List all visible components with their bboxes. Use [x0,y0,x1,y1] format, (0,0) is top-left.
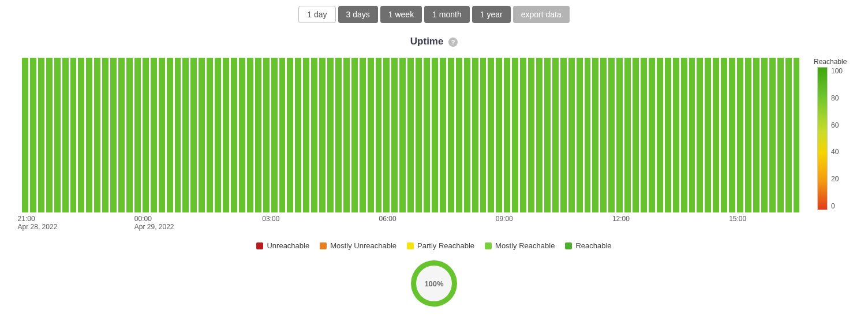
uptime-bar[interactable] [167,58,173,212]
uptime-bar[interactable] [215,58,221,212]
uptime-bar[interactable] [38,58,44,212]
uptime-bar[interactable] [199,58,205,212]
uptime-bar[interactable] [46,58,53,212]
uptime-bar[interactable] [94,58,100,212]
uptime-bar[interactable] [729,58,735,212]
range-1week-button[interactable]: 1 week [380,6,422,23]
uptime-bar[interactable] [134,58,141,212]
uptime-bar[interactable] [311,58,317,212]
uptime-bar[interactable] [448,58,454,212]
uptime-bar[interactable] [713,58,719,212]
range-3days-button[interactable]: 3 days [338,6,378,23]
uptime-bar[interactable] [263,58,270,212]
uptime-bar[interactable] [472,58,478,212]
uptime-bar[interactable] [488,58,494,212]
uptime-bar[interactable] [118,58,125,212]
uptime-bar[interactable] [616,58,623,212]
uptime-bar[interactable] [785,58,792,212]
uptime-bar[interactable] [633,58,639,212]
uptime-bar[interactable] [399,58,406,212]
uptime-bar[interactable] [520,58,526,212]
uptime-bar[interactable] [239,58,245,212]
uptime-bar[interactable] [544,58,551,212]
uptime-bar[interactable] [432,58,438,212]
uptime-bar[interactable] [62,58,69,212]
uptime-bar[interactable] [287,58,293,212]
uptime-bar[interactable] [568,58,575,212]
uptime-bar[interactable] [745,58,751,212]
uptime-bar[interactable] [360,58,366,212]
uptime-bar[interactable] [608,58,615,212]
uptime-bar[interactable] [777,58,784,212]
legend-item[interactable]: Mostly Unreachable [320,241,396,250]
uptime-bar[interactable] [190,58,197,212]
uptime-bar[interactable] [271,58,278,212]
uptime-bar[interactable] [560,58,567,212]
range-1year-button[interactable]: 1 year [472,6,511,23]
uptime-bar[interactable] [456,58,462,212]
uptime-bar[interactable] [223,58,229,212]
uptime-bar[interactable] [126,58,133,212]
uptime-bar[interactable] [335,58,342,212]
uptime-bar[interactable] [327,58,334,212]
uptime-bar[interactable] [480,58,487,212]
uptime-bar[interactable] [665,58,671,212]
uptime-bar[interactable] [351,58,358,212]
uptime-bar[interactable] [319,58,326,212]
uptime-bar[interactable] [143,58,149,212]
uptime-bar[interactable] [102,58,108,212]
uptime-bar[interactable] [383,58,390,212]
uptime-bar[interactable] [753,58,760,212]
uptime-bar[interactable] [592,58,598,212]
range-1day-button[interactable]: 1 day [298,6,335,23]
uptime-bar[interactable] [231,58,237,212]
uptime-bar[interactable] [464,58,470,212]
uptime-bar[interactable] [512,58,518,212]
uptime-bar[interactable] [391,58,398,212]
uptime-bar[interactable] [689,58,695,212]
uptime-bar[interactable] [673,58,679,212]
uptime-bar[interactable] [504,58,510,212]
legend-item[interactable]: Partly Reachable [407,241,474,250]
uptime-bar[interactable] [624,58,631,212]
uptime-bar[interactable] [110,58,117,212]
uptime-bar[interactable] [182,58,189,212]
legend-item[interactable]: Unreachable [256,241,309,250]
uptime-bar[interactable] [761,58,768,212]
uptime-bar[interactable] [303,58,309,212]
uptime-bar[interactable] [407,58,414,212]
uptime-bar[interactable] [54,58,61,212]
uptime-bar[interactable] [295,58,301,212]
uptime-bar[interactable] [721,58,727,212]
uptime-bar[interactable] [343,58,350,212]
uptime-bar[interactable] [175,58,181,212]
uptime-bar[interactable] [769,58,776,212]
uptime-bar[interactable] [70,58,77,212]
uptime-bar[interactable] [536,58,542,212]
uptime-bar[interactable] [207,58,213,212]
uptime-bar[interactable] [86,58,92,212]
uptime-bar[interactable] [600,58,607,212]
uptime-bar[interactable] [151,58,157,212]
uptime-bar[interactable] [705,58,711,212]
uptime-bar[interactable] [496,58,502,212]
uptime-bar[interactable] [681,58,687,212]
uptime-bar[interactable] [737,58,743,212]
uptime-bar[interactable] [577,58,583,212]
uptime-bar[interactable] [641,58,647,212]
uptime-bar[interactable] [22,58,28,212]
range-1month-button[interactable]: 1 month [424,6,470,23]
uptime-bar[interactable] [30,58,36,212]
uptime-bar[interactable] [159,58,165,212]
uptime-bar[interactable] [247,58,253,212]
legend-item[interactable]: Reachable [565,241,611,250]
uptime-bar[interactable] [416,58,422,212]
help-icon[interactable]: ? [448,38,458,47]
export-data-button[interactable]: export data [513,6,570,23]
uptime-bar[interactable] [585,58,591,212]
legend-item[interactable]: Mostly Reachable [485,241,555,250]
uptime-bar[interactable] [424,58,430,212]
uptime-bar[interactable] [368,58,374,212]
uptime-bar[interactable] [552,58,559,212]
uptime-bar[interactable] [255,58,261,212]
